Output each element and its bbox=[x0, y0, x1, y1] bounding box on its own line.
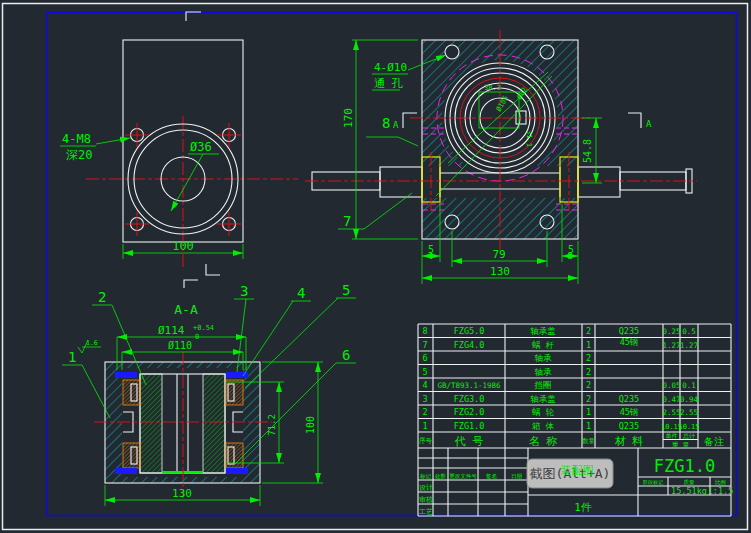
svg-text:1: 1 bbox=[422, 421, 427, 431]
section-letter-left: A bbox=[393, 120, 399, 130]
label-date: 日期 bbox=[511, 473, 523, 480]
label-stage: 阶段标记 bbox=[643, 479, 663, 486]
label-sign: 签名 bbox=[486, 473, 497, 480]
svg-text:6: 6 bbox=[422, 353, 427, 363]
thread-depth: 深20 bbox=[66, 148, 92, 162]
svg-text:2: 2 bbox=[98, 289, 106, 305]
front-width-dim: 100 bbox=[172, 239, 194, 253]
svg-text:0.47: 0.47 bbox=[662, 395, 680, 404]
svg-text:5: 5 bbox=[422, 367, 427, 377]
left-offset-dim: 5 bbox=[428, 244, 434, 255]
svg-text:挡圈: 挡圈 bbox=[534, 380, 552, 390]
label-process: 工艺 bbox=[419, 508, 433, 516]
svg-text:0.1: 0.1 bbox=[682, 381, 696, 390]
center-height-dim: 54.8 bbox=[582, 139, 593, 163]
svg-text:蜗 杆: 蜗 杆 bbox=[532, 340, 555, 350]
fit-dia: Ø114 bbox=[158, 324, 185, 337]
svg-text:GB/T893.1-1986: GB/T893.1-1986 bbox=[437, 381, 501, 390]
drawing-name-text: 装配图 bbox=[561, 464, 594, 477]
svg-text:5: 5 bbox=[342, 282, 350, 298]
svg-text:箱 体: 箱 体 bbox=[532, 421, 555, 431]
tooltip-overlay: 截图(Alt+A) 装配图 bbox=[527, 459, 613, 488]
svg-text:1: 1 bbox=[586, 407, 591, 417]
scale-value: 1:1.5 bbox=[708, 486, 734, 496]
svg-text:1.27: 1.27 bbox=[680, 341, 698, 350]
hole-note2: 通 孔 bbox=[374, 77, 404, 90]
svg-text:FZG5.0: FZG5.0 bbox=[454, 326, 485, 336]
svg-text:FZG4.0: FZG4.0 bbox=[454, 340, 485, 350]
svg-text:8: 8 bbox=[422, 326, 427, 336]
section-title: A-A bbox=[174, 302, 198, 317]
svg-text:轴承盖: 轴承盖 bbox=[530, 326, 556, 336]
svg-text:7: 7 bbox=[422, 340, 427, 350]
svg-text:单件: 单件 bbox=[666, 432, 678, 439]
svg-text:FZG2.0: FZG2.0 bbox=[454, 407, 485, 417]
svg-text:轴承: 轴承 bbox=[535, 353, 553, 363]
svg-text:2: 2 bbox=[586, 394, 591, 404]
drawing-svg: 4-M8 深20 Ø36 100 bbox=[0, 0, 751, 533]
bolt-span-dim: 79 bbox=[492, 248, 505, 261]
hole-note: 4-Ø10 bbox=[374, 61, 407, 74]
balloon-7: 7 bbox=[343, 213, 351, 229]
svg-text:1.27: 1.27 bbox=[662, 341, 680, 350]
svg-text:1: 1 bbox=[586, 340, 591, 350]
svg-text:2: 2 bbox=[422, 407, 427, 417]
label-doc-no: 更改文件号 bbox=[449, 473, 477, 479]
fit-tol-upper: +0.54 bbox=[193, 324, 214, 332]
svg-text:材 料: 材 料 bbox=[615, 435, 644, 448]
thread-note: 4-M8 bbox=[62, 132, 91, 146]
balloon-8: 8 bbox=[382, 115, 390, 131]
svg-text:数量: 数量 bbox=[582, 437, 595, 445]
wheel-section-right bbox=[203, 374, 225, 473]
svg-text:名 称: 名 称 bbox=[529, 435, 558, 448]
label-count: 处数 bbox=[435, 473, 447, 480]
label-design: 设计 bbox=[419, 484, 433, 492]
svg-text:2: 2 bbox=[586, 367, 591, 377]
inner-dim: 71.2 bbox=[267, 414, 277, 436]
svg-text:45钢: 45钢 bbox=[620, 337, 639, 347]
svg-text:45钢: 45钢 bbox=[620, 407, 639, 417]
label-mass: 质量 bbox=[684, 479, 696, 485]
svg-text:38.3: 38.3 bbox=[484, 84, 501, 92]
svg-text:Q235: Q235 bbox=[619, 394, 639, 404]
svg-text:2: 2 bbox=[586, 380, 591, 390]
section-height-dim: 100 bbox=[305, 416, 316, 434]
mass-value: 15.51kg bbox=[671, 486, 707, 496]
svg-text:FZG1.0: FZG1.0 bbox=[454, 421, 485, 431]
svg-text:总计: 总计 bbox=[682, 432, 695, 439]
section-letter-right: A bbox=[646, 119, 652, 129]
svg-text:31.1: 31.1 bbox=[525, 130, 533, 147]
sheet-note: 1件 bbox=[574, 501, 592, 514]
bore-dia-110: Ø110 bbox=[168, 340, 192, 351]
svg-text:2: 2 bbox=[586, 353, 591, 363]
drawing-number: FZG1.0 bbox=[654, 456, 715, 476]
side-width-dim: 130 bbox=[490, 265, 510, 278]
svg-text:重 量: 重 量 bbox=[672, 441, 689, 449]
svg-text:2.55: 2.55 bbox=[680, 408, 698, 417]
svg-text:3: 3 bbox=[422, 394, 427, 404]
svg-text:3: 3 bbox=[240, 283, 248, 299]
svg-text:2.55: 2.55 bbox=[662, 408, 680, 417]
svg-text:0.94: 0.94 bbox=[680, 395, 699, 404]
svg-text:0.25: 0.25 bbox=[662, 327, 680, 336]
svg-text:序号: 序号 bbox=[419, 437, 432, 445]
cad-canvas: 4-M8 深20 Ø36 100 bbox=[0, 0, 751, 533]
svg-text:轴承盖: 轴承盖 bbox=[530, 394, 556, 404]
label-check: 审核 bbox=[419, 496, 433, 504]
svg-text:1: 1 bbox=[586, 421, 591, 431]
height-dim: 170 bbox=[342, 108, 355, 128]
right-offset-dim: 5 bbox=[568, 244, 574, 255]
svg-text:4: 4 bbox=[422, 380, 427, 390]
svg-text:轴承: 轴承 bbox=[535, 367, 553, 377]
svg-text:Q235: Q235 bbox=[619, 421, 639, 431]
svg-text:备注: 备注 bbox=[704, 436, 724, 447]
bore-dia-label: Ø36 bbox=[190, 140, 212, 154]
svg-text:0.05: 0.05 bbox=[662, 381, 680, 390]
wheel-section-left bbox=[140, 374, 162, 473]
svg-text:0.5: 0.5 bbox=[682, 327, 696, 336]
svg-text:FZG3.0: FZG3.0 bbox=[454, 394, 485, 404]
svg-text:代 号: 代 号 bbox=[454, 435, 484, 448]
svg-text:Q235: Q235 bbox=[619, 326, 639, 336]
svg-text:10.15: 10.15 bbox=[678, 423, 699, 431]
svg-text:蜗 轮: 蜗 轮 bbox=[532, 407, 555, 417]
